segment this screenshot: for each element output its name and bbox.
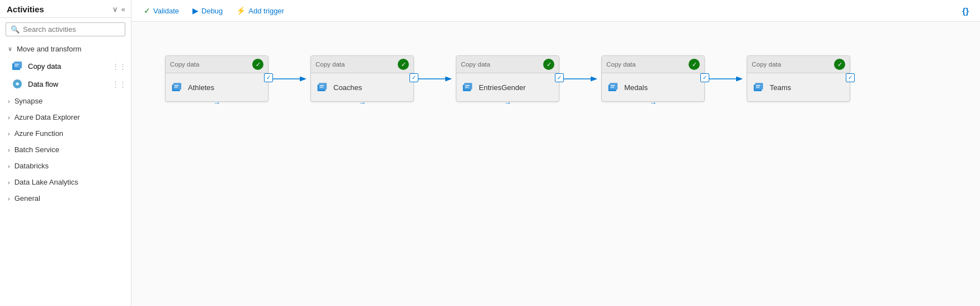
svg-rect-27 bbox=[755, 83, 763, 90]
svg-rect-28 bbox=[756, 85, 761, 86]
node-wrapper-coaches: Copy data ✓ Coaches bbox=[310, 55, 456, 102]
node-wrapper-athletes: Copy data ✓ Athletes bbox=[165, 55, 310, 102]
svg-rect-18 bbox=[465, 85, 470, 86]
activity-data-flow[interactable]: Data flow ⋮⋮ bbox=[0, 75, 131, 93]
svg-rect-29 bbox=[756, 87, 760, 88]
toolbar: ✓ Validate ▶ Debug ⚡ Add trigger {} bbox=[131, 0, 980, 22]
svg-rect-14 bbox=[320, 87, 323, 88]
section-general-label: General bbox=[15, 194, 40, 203]
section-data-lake-analytics[interactable]: › Data Lake Analytics bbox=[0, 174, 131, 190]
debug-icon: ▶ bbox=[192, 6, 199, 15]
node-athletes-success: ✓ bbox=[252, 59, 263, 70]
section-azure-function[interactable]: › Azure Function bbox=[0, 125, 131, 142]
port-bottom-coaches: → bbox=[359, 98, 366, 107]
port-bottom-entriesgender: → bbox=[504, 98, 511, 107]
node-entriesgender-icon bbox=[462, 81, 474, 93]
node-teams-success: ✓ bbox=[834, 59, 845, 70]
node-teams-body: Teams bbox=[747, 73, 850, 101]
arrow-medals-teams bbox=[705, 62, 747, 96]
chevron-right-icon: › bbox=[8, 195, 10, 202]
node-entriesgender-header: Copy data ✓ bbox=[456, 56, 559, 73]
node-coaches-label: Coaches bbox=[333, 83, 362, 92]
port-success-coaches: ✓ bbox=[409, 73, 418, 82]
node-athletes-body: Athletes bbox=[166, 73, 268, 101]
arrow-athletes-coaches bbox=[268, 62, 310, 96]
chevron-right-icon: › bbox=[8, 98, 10, 105]
port-success-athletes: ✓ bbox=[264, 73, 273, 82]
svg-rect-3 bbox=[15, 65, 18, 67]
section-databricks[interactable]: › Databricks bbox=[0, 158, 131, 174]
activity-copy-data[interactable]: Copy data ⋮⋮ bbox=[0, 57, 131, 75]
node-entriesgender-success: ✓ bbox=[543, 59, 554, 70]
validate-label: Validate bbox=[153, 7, 179, 15]
collapse-icon[interactable]: ∨ bbox=[112, 5, 118, 13]
section-batch-service[interactable]: › Batch Service bbox=[0, 142, 131, 158]
section-move-transform-label: Move and transform bbox=[17, 45, 82, 53]
section-azure-data-explorer-label: Azure Data Explorer bbox=[15, 113, 80, 121]
sidebar: Activities ∨ « 🔍 ∨ Move and transform Co… bbox=[0, 0, 131, 306]
section-synapse[interactable]: › Synapse bbox=[0, 93, 131, 109]
data-flow-label: Data flow bbox=[28, 80, 58, 88]
search-input[interactable] bbox=[23, 25, 120, 34]
node-coaches-body: Coaches bbox=[311, 73, 413, 101]
arrow-entries-medals bbox=[559, 62, 601, 96]
chevron-right-icon: › bbox=[8, 163, 10, 170]
code-button[interactable]: {} bbox=[958, 4, 973, 18]
node-wrapper-medals: Copy data ✓ Medals bbox=[601, 55, 747, 102]
validate-button[interactable]: ✓ Validate bbox=[138, 3, 185, 18]
chevron-right-icon: › bbox=[8, 114, 10, 121]
pipeline-canvas[interactable]: Copy data ✓ Athletes bbox=[131, 22, 980, 306]
sidebar-header: Activities ∨ « bbox=[0, 0, 131, 18]
section-move-transform[interactable]: ∨ Move and transform bbox=[0, 41, 131, 57]
main-area: ✓ Validate ▶ Debug ⚡ Add trigger {} Copy… bbox=[131, 0, 980, 306]
node-entriesgender[interactable]: Copy data ✓ EntriesGender bbox=[456, 55, 559, 102]
debug-button[interactable]: ▶ Debug bbox=[187, 3, 228, 18]
search-box[interactable]: 🔍 bbox=[6, 22, 125, 36]
toolbar-right: {} bbox=[958, 4, 973, 18]
sidebar-title: Activities bbox=[7, 4, 44, 14]
svg-rect-17 bbox=[464, 83, 472, 90]
chevron-down-icon: ∨ bbox=[8, 45, 12, 53]
chevron-right-icon: › bbox=[8, 179, 10, 186]
node-teams-icon bbox=[753, 81, 765, 93]
drag-handle-data-flow[interactable]: ⋮⋮ bbox=[112, 80, 126, 88]
node-teams[interactable]: Copy data ✓ Teams bbox=[747, 55, 850, 102]
node-medals[interactable]: Copy data ✓ Medals bbox=[601, 55, 705, 102]
svg-point-5 bbox=[16, 83, 19, 86]
section-general[interactable]: › General bbox=[0, 190, 131, 206]
svg-rect-12 bbox=[319, 83, 327, 90]
svg-rect-13 bbox=[320, 85, 324, 86]
node-athletes[interactable]: Copy data ✓ Athletes bbox=[165, 55, 268, 102]
double-collapse-icon[interactable]: « bbox=[121, 5, 125, 13]
add-trigger-label: Add trigger bbox=[248, 7, 284, 15]
section-data-lake-analytics-label: Data Lake Analytics bbox=[15, 178, 78, 186]
svg-rect-22 bbox=[610, 83, 618, 90]
section-azure-data-explorer[interactable]: › Azure Data Explorer bbox=[0, 109, 131, 125]
section-synapse-label: Synapse bbox=[15, 97, 43, 105]
port-success-entriesgender: ✓ bbox=[555, 73, 564, 82]
arrow-coaches-entries bbox=[414, 62, 456, 96]
svg-rect-1 bbox=[14, 62, 22, 68]
svg-rect-24 bbox=[611, 87, 614, 88]
node-athletes-label: Athletes bbox=[188, 83, 214, 92]
node-medals-label: Medals bbox=[624, 83, 648, 92]
node-athletes-header: Copy data ✓ bbox=[166, 56, 268, 73]
node-medals-header-label: Copy data bbox=[606, 61, 635, 68]
add-trigger-button[interactable]: ⚡ Add trigger bbox=[230, 3, 290, 18]
node-coaches[interactable]: Copy data ✓ Coaches bbox=[310, 55, 414, 102]
port-bottom-athletes: → bbox=[213, 98, 220, 107]
validate-icon: ✓ bbox=[144, 6, 150, 15]
node-wrapper-teams: Copy data ✓ Teams bbox=[747, 55, 850, 102]
drag-handle-copy-data[interactable]: ⋮⋮ bbox=[112, 62, 126, 70]
node-wrapper-entriesgender: Copy data ✓ EntriesGender bbox=[456, 55, 601, 102]
port-success-teams: ✓ bbox=[846, 73, 855, 82]
toolbar-left: ✓ Validate ▶ Debug ⚡ Add trigger bbox=[138, 3, 290, 18]
connector-entries-medals bbox=[559, 62, 601, 96]
node-medals-body: Medals bbox=[602, 73, 704, 101]
svg-rect-2 bbox=[15, 64, 19, 65]
svg-rect-19 bbox=[465, 87, 469, 88]
sidebar-controls: ∨ « bbox=[112, 5, 125, 13]
port-success-medals: ✓ bbox=[700, 73, 709, 82]
section-azure-function-label: Azure Function bbox=[15, 129, 63, 138]
debug-label: Debug bbox=[201, 7, 223, 15]
